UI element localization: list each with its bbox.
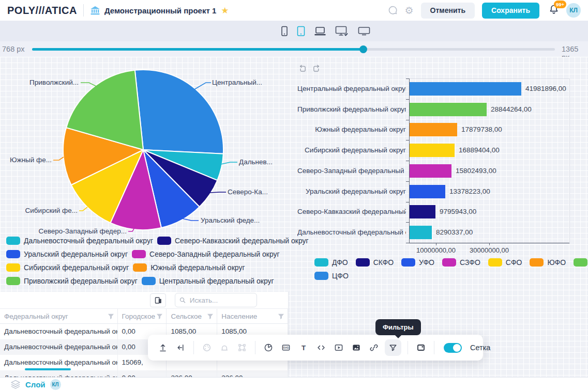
filter-funnel-icon[interactable] xyxy=(156,313,163,320)
bar-3[interactable] xyxy=(410,144,455,157)
legend-swatch xyxy=(530,258,544,267)
legend-item[interactable]: СЗФО xyxy=(442,258,480,267)
table-header-row: Федеральный округГородскоеСельскоеНаселе… xyxy=(0,308,288,324)
column-header-3[interactable]: Население xyxy=(217,309,288,323)
toolbar-separator xyxy=(434,341,434,354)
table-cell: 0,00 xyxy=(118,370,167,377)
notifications-bell-icon[interactable]: 99+ xyxy=(549,4,559,17)
upload-icon[interactable] xyxy=(156,341,170,354)
filters-tooltip: Фильтры xyxy=(375,319,421,335)
filter-funnel-icon[interactable] xyxy=(207,313,214,320)
svg-icon[interactable]: SVG xyxy=(279,341,293,354)
resolution-slider-track[interactable] xyxy=(32,48,555,51)
bar-1[interactable] xyxy=(410,103,487,116)
legend-item[interactable]: Центральный федеральный округ xyxy=(142,277,274,285)
legend-item[interactable]: Северо-Западный федеральный округ xyxy=(132,250,280,258)
device-tablet-icon[interactable] xyxy=(297,26,305,37)
settings-gear-icon[interactable]: ⚙ xyxy=(405,6,414,15)
grid-toggle[interactable] xyxy=(444,343,462,353)
column-header-1[interactable]: Городское xyxy=(118,309,167,323)
device-tv-icon[interactable] xyxy=(358,26,370,36)
legend-item[interactable]: Дальневосточный федеральный округ xyxy=(6,237,153,245)
legend-item[interactable]: ПФО xyxy=(574,258,588,267)
legend-swatch xyxy=(132,250,146,258)
filter-funnel-icon[interactable] xyxy=(278,313,284,320)
rotate-ccw-icon[interactable] xyxy=(298,64,307,75)
legend-item[interactable]: УФО xyxy=(401,258,434,267)
resolution-slider-row: 768 px 1365 px xyxy=(0,41,588,57)
legend-item[interactable]: ЦФО xyxy=(314,272,349,280)
pie-callout-label: Центральный... xyxy=(212,79,262,86)
legend-item[interactable]: Северо-Кавказский федеральный округ xyxy=(157,237,309,245)
legend-label: Северо-Западный федеральный округ xyxy=(149,250,280,258)
transform-icon[interactable] xyxy=(235,341,249,354)
table-search-input[interactable] xyxy=(189,296,252,305)
column-header-0[interactable]: Федеральный округ xyxy=(0,309,118,323)
device-laptop-icon[interactable] xyxy=(314,26,326,36)
layer-item[interactable]: Слой КЛ xyxy=(10,379,61,390)
legend-item[interactable]: Уральский федеральный округ xyxy=(6,250,128,258)
comments-icon[interactable] xyxy=(387,5,398,15)
legend-swatch xyxy=(142,277,156,285)
column-header-label: Городское xyxy=(122,312,157,320)
bar-category-label: Северо-Кавказский федеральный ... xyxy=(297,205,406,218)
legend-label: СЗФО xyxy=(460,258,480,267)
text-icon[interactable]: T xyxy=(297,341,310,354)
image-icon[interactable] xyxy=(350,341,363,354)
horizontal-scrollbar-thumb[interactable] xyxy=(25,368,71,370)
bar-4[interactable] xyxy=(410,164,451,178)
layer-user-badge: КЛ xyxy=(50,379,61,390)
rotate-cw-icon[interactable] xyxy=(312,64,321,75)
columns-settings-button[interactable] xyxy=(150,293,166,307)
table-row[interactable]: Дальневосточный федеральный округ0,00226… xyxy=(0,370,288,377)
legend-item[interactable]: Южный федеральный округ xyxy=(133,263,245,272)
pie-chart-icon[interactable] xyxy=(262,341,275,354)
legend-swatch xyxy=(6,250,20,258)
bar-category-label: Уральский федеральный округ xyxy=(297,185,406,198)
project-title[interactable]: Демонстрационный проект 1 xyxy=(104,6,216,15)
layer-bar: Слой КЛ xyxy=(0,377,588,391)
bar-6[interactable] xyxy=(410,205,435,218)
legend-item[interactable]: СФО xyxy=(488,258,522,267)
code-icon[interactable] xyxy=(314,341,328,354)
column-header-2[interactable]: Сельское xyxy=(167,309,217,323)
table-cell: 226,00 xyxy=(167,370,217,377)
device-desktop-check-icon[interactable] xyxy=(335,26,349,37)
resolution-slider-handle[interactable] xyxy=(359,45,367,53)
legend-label: Приволжский федеральный округ xyxy=(24,277,138,285)
legend-label: ЮФО xyxy=(547,258,566,267)
collapse-left-icon[interactable] xyxy=(174,341,187,354)
legend-item[interactable]: СКФО xyxy=(356,258,394,267)
toolbar-separator xyxy=(193,341,194,354)
legend-swatch xyxy=(314,272,328,280)
legend-item[interactable]: ЮФО xyxy=(530,258,566,267)
resolution-slider-fill xyxy=(32,48,364,51)
pie-callout-label: Южный фе... xyxy=(10,156,52,164)
legend-item[interactable]: Приволжский федеральный округ xyxy=(6,277,138,285)
favorite-star-icon[interactable]: ★ xyxy=(221,5,229,16)
bar-2[interactable] xyxy=(410,123,457,136)
filter-funnel-icon[interactable] xyxy=(108,313,114,320)
legend-swatch xyxy=(157,237,171,245)
widget-toolbar: SVG T Сетка Фильтры xyxy=(148,335,483,361)
bar-0[interactable] xyxy=(410,82,521,96)
bar-5[interactable] xyxy=(410,185,445,198)
shape-icon[interactable] xyxy=(218,341,231,354)
bar-value-label: 13378223,00 xyxy=(449,185,490,198)
filter-icon[interactable] xyxy=(385,339,401,356)
video-icon[interactable] xyxy=(332,341,345,354)
palette-icon[interactable] xyxy=(200,341,214,354)
link-icon[interactable] xyxy=(367,341,381,354)
window-icon[interactable] xyxy=(414,341,428,354)
save-button[interactable]: Сохранить xyxy=(482,3,539,19)
y-axis-tick xyxy=(406,99,409,100)
legend-row: Сибирский федеральный округЮжный федерал… xyxy=(6,263,290,272)
cancel-button[interactable]: Отменить xyxy=(421,3,475,19)
user-avatar[interactable]: КЛ xyxy=(566,3,581,18)
legend-item[interactable]: Сибирский федеральный округ xyxy=(6,263,129,272)
bar-chart-legend: ДФОСКФОУФОСЗФОСФОЮФОПФОЦФО xyxy=(314,258,588,280)
pie-callout-line xyxy=(79,207,87,211)
device-phone-icon[interactable] xyxy=(281,26,288,37)
legend-item[interactable]: ДФО xyxy=(314,258,348,267)
bar-7[interactable] xyxy=(410,226,432,239)
